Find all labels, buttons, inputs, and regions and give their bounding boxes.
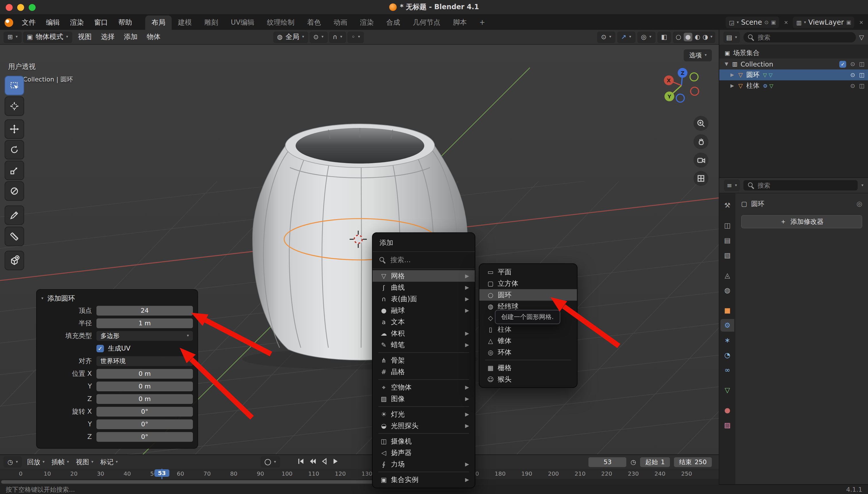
align-select[interactable]: 世界环境▾ [96,356,193,366]
topbar-menu[interactable]: 窗口 [89,15,113,30]
outliner-editor-type-button[interactable]: ▤▾ [723,32,740,43]
hide-eye-icon[interactable]: ⊙ [850,72,855,78]
proportional-editing-toggle[interactable]: ◦▾ [347,31,364,43]
pin-scene-icon[interactable]: ⊙ [764,19,769,25]
properties-tab[interactable]: ⚙ [720,319,734,331]
mode-selector[interactable]: ▣ 物体模式▾ [23,31,72,43]
properties-tab[interactable]: ▽ [720,384,734,397]
blender-menu-icon[interactable] [5,18,13,27]
previous-keyframe-button[interactable] [308,457,316,467]
properties-tab[interactable]: ◫ [720,219,734,232]
xray-toggle[interactable]: ◧ [657,31,671,43]
timeline-menu[interactable]: 回放▾ [23,458,48,466]
viewport-menu[interactable]: 视图 [73,32,96,42]
annotate-tool[interactable] [5,205,24,225]
current-frame-field[interactable]: 53 [589,457,627,467]
add-menu-item[interactable]: ∮ 力场 ▶ [373,458,475,470]
rotation-y-field[interactable]: 0° [96,419,193,429]
add-menu-item[interactable]: a 文本 ▶ [373,316,475,328]
mesh-submenu-item[interactable]: ▭ 平面 [479,266,577,278]
rotation-z-field[interactable]: 0° [96,432,193,441]
zoom-button[interactable] [694,116,708,131]
render-visibility-icon[interactable]: ◫ [859,72,865,78]
transform-orientation-selector[interactable]: ◍ 全局▾ [273,31,308,43]
new-scene-icon[interactable]: ▣ [771,19,776,25]
mesh-submenu-item[interactable]: ▦ 栅格 [479,362,577,374]
overlays-toggle[interactable]: ◎▾ [637,31,655,43]
frame-end-field[interactable]: 结束250 [674,457,712,467]
wireframe-shading-icon[interactable]: ○ [676,33,681,41]
filter-icon[interactable]: ▽ [859,34,864,41]
render-visibility-icon[interactable]: ◫ [859,83,865,89]
add-modifier-button[interactable]: ＋ 添加修改器 [741,215,862,228]
add-menu-item[interactable]: ▣ 集合实例 ▶ [373,474,475,486]
properties-filter-dropdown[interactable]: ▾ [862,183,863,187]
radius-field[interactable]: 1 m [96,318,193,328]
auto-keying-toggle[interactable]: ▾ [261,456,280,468]
add-menu-item[interactable]: ▨ 图像 ▶ [373,393,475,404]
render-visibility-icon[interactable]: ◫ [859,61,865,67]
add-menu-item[interactable]: ▶ [378,406,469,407]
outliner-row-circle[interactable]: ▶ ▽ 圆环 ▽▽ ⊙ ◫ [719,70,868,80]
scale-tool[interactable] [5,160,24,180]
solid-shading-icon[interactable]: ● [683,33,692,41]
scene-selector[interactable]: ◲▾ Scene ⊙ ▣ [726,17,779,28]
add-menu-item[interactable]: ◒ 光照探头 ▶ [373,420,475,432]
properties-tab[interactable]: ⚒ [720,199,734,212]
editor-type-button[interactable]: ⊞▾ [3,31,21,43]
operator-panel-header[interactable]: ▾添加圆环 [41,292,193,304]
timeline-scrollbar[interactable] [1,480,378,484]
transform-tool[interactable] [5,181,24,201]
properties-tab[interactable]: ▧ [720,249,734,262]
select-box-tool[interactable] [5,76,24,95]
workspace-tab[interactable]: 合成 [380,16,406,30]
move-tool[interactable] [5,119,24,139]
mesh-submenu-item[interactable]: ▢ 立方体 [479,278,577,289]
expand-caret-icon[interactable]: ▶ [728,83,736,88]
topbar-menu[interactable]: 文件 [17,15,41,30]
add-menu-item[interactable]: ◫ 摄像机 ▶ [373,436,475,447]
pin-icon[interactable]: ◎ [856,200,862,208]
add-menu-item[interactable]: # 晶格 ▶ [373,366,475,378]
properties-editor-type-button[interactable]: ≡▾ [724,179,740,191]
timeline-menu[interactable]: 标记▾ [97,458,121,466]
add-menu-item[interactable]: ⋔ 骨架 ▶ [373,355,475,366]
rendered-shading-icon[interactable]: ◑ [703,33,708,41]
add-menu-item[interactable]: ▶ [378,472,469,472]
workspace-tab[interactable]: 脚本 [447,16,473,30]
properties-tab[interactable]: ◬ [720,269,734,282]
viewport-menu[interactable]: 物体 [142,32,165,42]
viewport-menu[interactable]: 添加 [119,32,142,42]
remove-viewlayer-icon[interactable]: × [859,19,863,25]
mesh-submenu-item[interactable]: ☺ 猴头 [479,374,577,385]
add-menu-item[interactable]: ⌖ 空物体 ▶ [373,382,475,393]
hide-eye-icon[interactable]: ⊙ [850,83,855,89]
camera-view-button[interactable] [694,153,708,168]
expand-caret-icon[interactable]: ▼ [723,61,730,66]
pivot-point-selector[interactable]: ⊙▾ [310,31,328,43]
viewport-options-button[interactable]: 选项▾ [684,49,712,61]
viewlayer-selector[interactable]: ▥▾ ViewLayer ▣ [793,17,854,28]
topbar-menu[interactable]: 渲染 [65,15,89,30]
mesh-submenu-item[interactable]: ▯ 柱体 [479,324,577,335]
measure-tool[interactable] [5,227,24,246]
timeline-playhead[interactable]: 53 [154,469,169,477]
add-menu-item[interactable]: ☁ 体积 ▶ [373,328,475,339]
properties-tab[interactable]: ◔ [720,349,734,361]
mesh-submenu-item[interactable]: ◎ 环体 [479,346,577,358]
workspace-tab[interactable]: 渲染 [354,16,380,30]
fill-type-select[interactable]: 多边形▾ [96,331,193,341]
add-menu-item[interactable]: ▶ [378,379,469,380]
outliner-search-input[interactable]: 搜索 [743,32,856,42]
new-viewlayer-icon[interactable]: ▣ [846,19,851,25]
topbar-menu[interactable]: 帮助 [113,15,137,30]
collection-checkbox[interactable]: ✓ [839,60,846,68]
outliner-row-collection[interactable]: ▼ ▥ Collection ✓ ⊙ ◫ [719,58,868,70]
add-menu-item[interactable]: ◁ 扬声器 ▶ [373,447,475,458]
gizmos-toggle[interactable]: ↗▾ [617,31,635,43]
generate-uv-checkbox[interactable]: ✓ 生成UV [96,344,131,353]
properties-tab[interactable]: ■ [720,304,734,317]
add-menu-item[interactable]: ▽ 网格 ▶ [373,270,475,282]
add-menu-item[interactable]: ● 融球 ▶ [373,305,475,316]
show-object-types-button[interactable]: ⊙▾ [597,31,615,43]
